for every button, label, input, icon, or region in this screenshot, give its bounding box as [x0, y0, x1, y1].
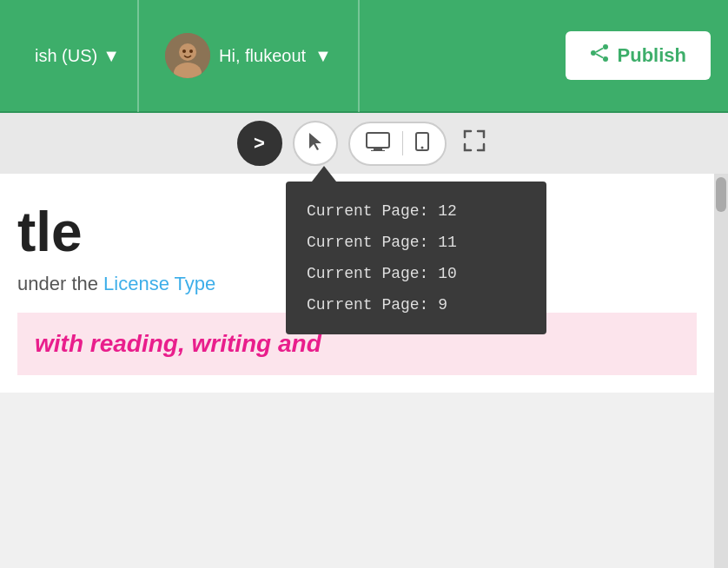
device-toggle-group	[348, 122, 447, 166]
tooltip-item-2: Current Page: 11	[307, 227, 526, 258]
svg-line-9	[596, 54, 603, 58]
fullscreen-button[interactable]	[457, 123, 492, 163]
license-link[interactable]: License Type	[103, 273, 215, 294]
svg-rect-11	[367, 133, 389, 148]
user-chevron-icon: ▼	[314, 46, 332, 66]
svg-point-6	[591, 50, 596, 56]
pink-text: with reading, writing and	[35, 330, 321, 357]
avatar	[165, 33, 210, 78]
publish-label: Publish	[618, 44, 686, 67]
language-label: ish (US)	[35, 46, 97, 66]
svg-point-7	[603, 56, 608, 62]
publish-button[interactable]: Publish	[566, 31, 711, 80]
language-selector[interactable]: ish (US) ▼	[17, 0, 139, 112]
body-text: under the	[17, 273, 103, 294]
header: ish (US) ▼ Hi, flukeout ▼	[0, 0, 728, 113]
user-section[interactable]: Hi, flukeout ▼	[139, 0, 360, 112]
svg-point-15	[420, 146, 423, 149]
tooltip-item-4: Current Page: 9	[307, 289, 526, 320]
svg-point-3	[182, 50, 186, 53]
tablet-icon	[415, 132, 429, 155]
scrollbar[interactable]	[714, 174, 728, 568]
toolbar: >	[0, 113, 728, 174]
svg-line-8	[596, 49, 603, 53]
next-icon: >	[254, 132, 265, 155]
desktop-icon	[366, 132, 390, 155]
tooltip-container: Current Page: 12 Current Page: 11 Curren…	[286, 166, 546, 334]
share-icon	[590, 43, 609, 68]
svg-rect-13	[371, 150, 385, 151]
cursor-icon	[305, 131, 326, 156]
desktop-button[interactable]	[357, 127, 399, 161]
tooltip-item-1: Current Page: 12	[307, 195, 526, 227]
language-chevron-icon: ▼	[103, 46, 120, 66]
fullscreen-icon	[462, 134, 486, 157]
scrollbar-thumb[interactable]	[716, 177, 726, 212]
tablet-button[interactable]	[407, 127, 438, 161]
tooltip-arrow	[312, 166, 336, 182]
tooltip-box: Current Page: 12 Current Page: 11 Curren…	[286, 182, 546, 334]
tooltip-item-3: Current Page: 10	[307, 258, 526, 289]
svg-point-5	[603, 44, 608, 50]
next-button[interactable]: >	[237, 121, 282, 166]
svg-point-1	[179, 43, 196, 61]
svg-rect-12	[374, 148, 382, 150]
device-divider	[402, 131, 403, 155]
svg-point-4	[189, 50, 193, 53]
user-greeting: Hi, flukeout	[219, 46, 306, 66]
cursor-button[interactable]	[293, 121, 338, 166]
svg-marker-10	[309, 133, 321, 150]
header-left: ish (US) ▼ Hi, flukeout ▼	[17, 0, 548, 112]
